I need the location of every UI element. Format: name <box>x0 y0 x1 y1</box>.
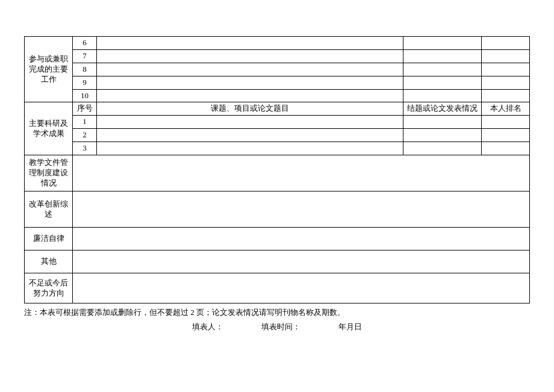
cell <box>97 116 403 129</box>
cell <box>97 129 403 142</box>
cell <box>403 142 482 155</box>
cell <box>97 63 403 76</box>
row-num: 3 <box>73 142 97 155</box>
table-row: 9 <box>25 76 530 89</box>
header-num: 序号 <box>73 102 97 116</box>
cell <box>482 142 530 155</box>
cell <box>482 37 530 50</box>
table-row: 其他 <box>25 250 530 273</box>
cell <box>403 49 482 63</box>
notes-text: 注：本表可根据需要添加或删除行，但不要超过 2 页；论文发表情况请写明刊物名称及… <box>24 307 530 318</box>
cell <box>403 89 482 102</box>
row-num: 8 <box>73 63 97 76</box>
footer-line: 填表人： 填表时间： 年月日 <box>24 322 530 332</box>
section4-label: 改革创新综述 <box>25 191 73 228</box>
table-row: 不足或今后努力方向 <box>25 273 530 303</box>
section6-label: 其他 <box>25 250 73 273</box>
row-num: 9 <box>73 76 97 89</box>
cell <box>403 37 482 50</box>
cell <box>73 155 530 191</box>
cell <box>403 63 482 76</box>
cell <box>97 142 403 155</box>
table-row: 3 <box>25 142 530 155</box>
cell <box>97 37 403 50</box>
table-row: 7 <box>25 49 530 63</box>
row-num: 2 <box>73 129 97 142</box>
form-table: 参与或兼职完成的主要工作 6 7 8 9 10 主要科研及学术成果 序号 课题、… <box>24 36 530 303</box>
table-row: 参与或兼职完成的主要工作 6 <box>25 37 530 50</box>
footer-date: 年月日 <box>338 322 362 332</box>
cell <box>97 76 403 89</box>
row-num: 1 <box>73 116 97 129</box>
section1-label: 参与或兼职完成的主要工作 <box>25 37 73 102</box>
cell <box>403 129 482 142</box>
table-row: 改革创新综述 <box>25 191 530 228</box>
table-row: 2 <box>25 129 530 142</box>
cell <box>73 191 530 228</box>
cell <box>403 116 482 129</box>
cell <box>482 76 530 89</box>
section3-label: 教学文件管理制度建设情况 <box>25 155 73 191</box>
table-row: 廉洁自律 <box>25 228 530 250</box>
cell <box>73 273 530 303</box>
cell <box>73 250 530 273</box>
header-topic: 课题、项目或论文题目 <box>97 102 403 116</box>
table-row: 主要科研及学术成果 序号 课题、项目或论文题目 结题或论文发表情况 本人排名 <box>25 102 530 116</box>
cell <box>482 63 530 76</box>
cell <box>482 116 530 129</box>
footer-filler: 填表人： <box>192 322 223 332</box>
section5-label: 廉洁自律 <box>25 228 73 250</box>
header-status: 结题或论文发表情况 <box>403 102 482 116</box>
row-num: 6 <box>73 37 97 50</box>
cell <box>97 89 403 102</box>
row-num: 7 <box>73 49 97 63</box>
table-row: 教学文件管理制度建设情况 <box>25 155 530 191</box>
table-row: 8 <box>25 63 530 76</box>
cell <box>97 49 403 63</box>
cell <box>403 76 482 89</box>
footer-time: 填表时间： <box>261 322 300 332</box>
cell <box>482 89 530 102</box>
header-rank: 本人排名 <box>482 102 530 116</box>
section2-label: 主要科研及学术成果 <box>25 102 73 155</box>
section7-label: 不足或今后努力方向 <box>25 273 73 303</box>
table-row: 10 <box>25 89 530 102</box>
cell <box>482 49 530 63</box>
cell <box>482 129 530 142</box>
cell <box>73 228 530 250</box>
row-num: 10 <box>73 89 97 102</box>
table-row: 1 <box>25 116 530 129</box>
